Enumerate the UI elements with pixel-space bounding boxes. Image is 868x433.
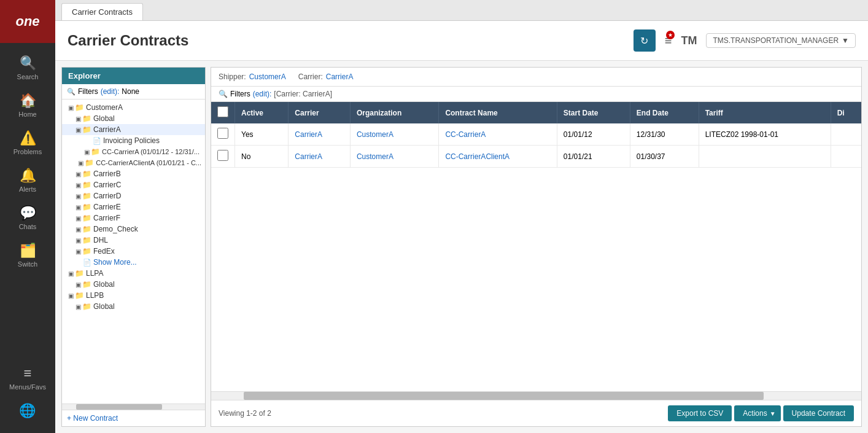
tree-item-invoicing[interactable]: 📄 Invoicing Policies	[62, 135, 205, 146]
main-table-panel: Shipper: CustomerA Carrier: CarrierA 🔍 F…	[211, 67, 862, 427]
tree-item-carrierd[interactable]: ▣ 📁 CarrierD	[62, 190, 205, 201]
user-dropdown[interactable]: TMS.TRANSPORTATION_MANAGER ▼	[706, 33, 856, 48]
tree-item-label: CC-CarrierAClientA (01/01/21 - C...	[96, 159, 201, 166]
table-row: Yes CarrierA CustomerA CC-CarrierA 01/01…	[211, 123, 861, 146]
tree-item-label: Invoicing Policies	[103, 136, 160, 145]
tree-item-label: Global	[93, 114, 115, 123]
contract-link-0[interactable]: CC-CarrierA	[445, 130, 486, 139]
tree-item-cc-carriera-client[interactable]: ▣ 📁 CC-CarrierAClientA (01/01/21 - C...	[62, 157, 205, 168]
folder-icon: 📁	[75, 291, 84, 300]
org-link-1[interactable]: CustomerA	[357, 152, 393, 161]
th-checkbox	[211, 102, 235, 123]
carrier-link-1[interactable]: CarrierA	[295, 152, 322, 161]
contract-link-1[interactable]: CC-CarrierAClientA	[445, 152, 510, 161]
table-filter-value: [Carrier: CarrierA]	[274, 90, 332, 98]
new-contract-link[interactable]: New Contract	[67, 414, 118, 423]
folder-icon: 📁	[85, 158, 94, 167]
explorer-scrollbar[interactable]	[62, 404, 205, 410]
sidebar-item-label: Chats	[19, 223, 37, 230]
tree-item-fedex[interactable]: ▣ 📁 FedEx	[62, 246, 205, 257]
body-layout: Explorer 🔍 Filters (edit): None ▣ 📁 Cust…	[55, 61, 868, 433]
carrier-link-0[interactable]: CarrierA	[295, 130, 322, 139]
new-contract-label: New Contract	[73, 414, 118, 423]
folder-icon: 📁	[82, 192, 91, 200]
sidebar-item-menus[interactable]: ≡ Menus/Favs	[9, 359, 46, 397]
filters-edit-link[interactable]: (edit):	[101, 87, 120, 96]
contracts-table: Active Carrier Organization Contract Nam…	[211, 102, 861, 168]
tree-item-llpb[interactable]: ▣ 📁 LLPB	[62, 290, 205, 301]
explorer-title: Explorer	[68, 71, 101, 80]
sidebar-item-switch[interactable]: 🗂️ Switch	[0, 236, 55, 274]
table-filter-edit-link[interactable]: (edit):	[253, 90, 272, 98]
tree-item-carrierb[interactable]: ▣ 📁 CarrierB	[62, 168, 205, 179]
sidebar-item-chats[interactable]: 💬 Chats	[0, 199, 55, 236]
tree-item-carrierc[interactable]: ▣ 📁 CarrierC	[62, 179, 205, 190]
expander-icon: ▣	[76, 215, 81, 222]
tree-item-llpa-global[interactable]: ▣ 📁 Global	[62, 279, 205, 290]
tree-item-democheck[interactable]: ▣ 📁 Demo_Check	[62, 224, 205, 235]
expander-icon: ▣	[68, 292, 74, 299]
row-checkbox-1[interactable]	[217, 150, 228, 161]
table-hscroll[interactable]	[211, 391, 861, 400]
explorer-filters-row: 🔍 Filters (edit): None	[62, 84, 205, 99]
tree-item-label: LLPB	[86, 291, 104, 300]
tree-item-llpa[interactable]: ▣ 📁 LLPA	[62, 268, 205, 279]
tree-item-global-l1[interactable]: ▣ 📁 Global	[62, 113, 205, 124]
select-all-checkbox[interactable]	[217, 106, 228, 117]
sidebar-item-problems[interactable]: ⚠️ Problems	[0, 124, 55, 162]
row-checkbox-cell	[211, 146, 235, 168]
cell-carrier-0: CarrierA	[289, 123, 351, 146]
table-header-row: Active Carrier Organization Contract Nam…	[211, 102, 861, 123]
shipper-label: Shipper:	[219, 72, 246, 81]
tree-item-carrierf[interactable]: ▣ 📁 CarrierF	[62, 213, 205, 224]
export-csv-button[interactable]: Export to CSV	[668, 405, 732, 421]
sidebar-item-alerts[interactable]: 🔔 Alerts	[0, 162, 55, 199]
tree-item-label: DHL	[93, 236, 108, 244]
actions-button[interactable]: Actions ▼	[734, 405, 780, 421]
expander-icon: ▣	[76, 237, 81, 244]
update-contract-button[interactable]: Update Contract	[783, 405, 854, 421]
expander-icon: ▣	[68, 104, 74, 111]
row-checkbox-0[interactable]	[217, 128, 228, 139]
tree-item-llpb-global[interactable]: ▣ 📁 Global	[62, 301, 205, 312]
shipper-value[interactable]: CustomerA	[249, 72, 286, 81]
chats-icon: 💬	[20, 205, 36, 221]
expander-icon: ▣	[76, 193, 81, 200]
sidebar-item-search[interactable]: 🔍 Search	[0, 49, 55, 87]
filters-label: Filters	[78, 87, 98, 96]
expander-icon: ▣	[84, 149, 90, 155]
user-role: TMS.TRANSPORTATION_MANAGER	[713, 36, 839, 45]
tree-item-carriera[interactable]: ▣ 📁 CarrierA	[62, 124, 205, 135]
refresh-button[interactable]: ↻	[634, 29, 656, 52]
carrier-value[interactable]: CarrierA	[326, 72, 354, 81]
sidebar-item-label: Home	[18, 111, 36, 118]
show-more-link[interactable]: Show More...	[93, 258, 137, 267]
cell-active-1: No	[235, 146, 289, 168]
contracts-table-container: Active Carrier Organization Contract Nam…	[211, 102, 861, 391]
app-logo[interactable]: one	[0, 0, 55, 43]
th-organization: Organization	[350, 102, 438, 123]
tree-item-showmore[interactable]: 📄 Show More...	[62, 257, 205, 268]
shipper-carrier-bar: Shipper: CustomerA Carrier: CarrierA	[211, 68, 861, 87]
user-initials: TM	[681, 34, 697, 47]
sidebar-item-home[interactable]: 🏠 Home	[0, 87, 55, 124]
tree-item-carriere[interactable]: ▣ 📁 CarrierE	[62, 201, 205, 213]
cell-org-1: CustomerA	[350, 146, 438, 168]
page-title: Carrier Contracts	[68, 32, 634, 49]
notification-button[interactable]: ≡ ★	[665, 34, 672, 48]
tree-item-cc-carriera[interactable]: ▣ 📁 CC-CarrierA (01/01/12 - 12/31/...	[62, 146, 205, 157]
cell-org-0: CustomerA	[350, 123, 438, 146]
tree-item-dhl[interactable]: ▣ 📁 DHL	[62, 235, 205, 246]
tree-item-customera[interactable]: ▣ 📁 CustomerA	[62, 102, 205, 113]
org-link-0[interactable]: CustomerA	[357, 130, 393, 139]
folder-icon: 📁	[75, 103, 84, 112]
tab-carrier-contracts[interactable]: Carrier Contracts	[61, 3, 143, 20]
sidebar-item-label: Search	[17, 73, 39, 80]
doc-icon: 📄	[83, 259, 91, 267]
explorer-panel: Explorer 🔍 Filters (edit): None ▣ 📁 Cust…	[61, 67, 206, 427]
cell-active-0: Yes	[235, 123, 289, 146]
tree-item-label: CarrierD	[93, 192, 121, 200]
sidebar-item-globe[interactable]: 🌐	[9, 397, 46, 427]
cell-di-1	[831, 146, 861, 168]
expander-icon: ▣	[76, 226, 81, 233]
